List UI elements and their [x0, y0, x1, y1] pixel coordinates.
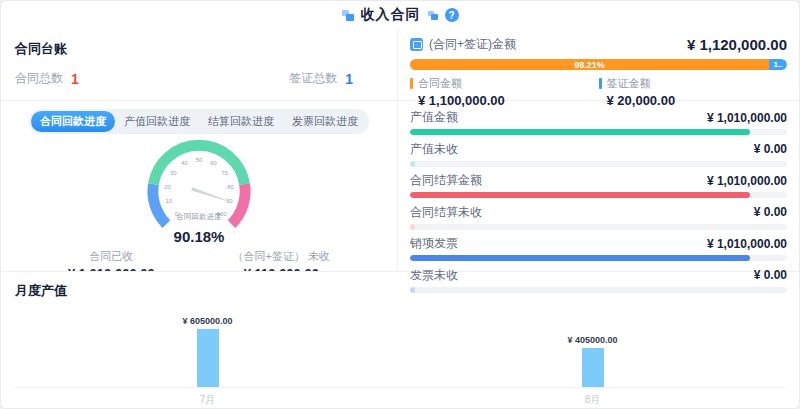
contract-amount-segment: 98.21% — [410, 59, 769, 70]
bar-category-label: 8月 — [400, 388, 785, 407]
gauge-tick-label: 40 — [181, 160, 188, 166]
monthly-chart-labels: 7月8月 — [15, 388, 785, 407]
amount-summary-panel: (合同+签证)金额 ¥ 1,120,000.00 98.21% 1.. 合同金额… — [398, 29, 799, 100]
bar — [582, 348, 604, 387]
ledger-title: 合同台账 — [15, 40, 383, 58]
received-value: ¥ 1,010,000.00 — [68, 266, 155, 271]
stat-label: 产值金额 — [410, 109, 458, 126]
tab-item[interactable]: 发票回款进度 — [283, 111, 367, 132]
stat-progress-track — [410, 161, 787, 167]
page-title: 收入合同 — [361, 6, 421, 24]
gauge-tick-label: 80 — [227, 184, 234, 190]
gauge-tick-label: 100 — [217, 211, 228, 217]
stat-progress-track — [410, 192, 787, 198]
bar-category-label: 7月 — [15, 388, 400, 407]
unreceived-label: （合同+签证） 未收 — [233, 249, 330, 264]
stat-progress-fill — [410, 161, 415, 167]
legend-label: 合同金额 — [418, 76, 462, 91]
received-label: 合同已收 — [68, 249, 155, 264]
amount-summary-header: (合同+签证)金额 ¥ 1,120,000.00 — [410, 36, 787, 53]
stat-progress-track — [410, 224, 787, 230]
legend-marker-icon — [410, 78, 413, 89]
gauge-tick-label: 50 — [196, 157, 203, 163]
ledger-totals: 合同总数 1 签证总数 1 — [15, 58, 383, 87]
stat-label: 发票未收 — [410, 267, 458, 284]
stat-row: 合同结算未收¥ 0.00 — [410, 204, 787, 230]
stat-progress-fill — [410, 255, 750, 261]
stat-row: 销项发票¥ 1,010,000.00 — [410, 235, 787, 261]
gauge-arc-low — [153, 184, 167, 224]
received-column: 合同已收 ¥ 1,010,000.00 — [68, 249, 155, 271]
stat-progress-fill — [410, 287, 415, 293]
stats-panel: 产值金额¥ 1,010,000.00产值未收¥ 0.00合同结算金额¥ 1,01… — [398, 101, 799, 271]
gauge-tick-label: 90 — [226, 198, 233, 204]
stat-progress-track — [410, 287, 787, 293]
stat-progress-fill — [410, 224, 415, 230]
stat-label: 合同结算未收 — [410, 204, 482, 221]
legend-marker-icon — [599, 78, 602, 89]
stat-progress-fill — [410, 192, 750, 198]
unreceived-value: ¥ 110,000.00 — [233, 266, 330, 271]
gauge-tick-label: 20 — [164, 184, 171, 190]
stat-progress-track — [410, 255, 787, 261]
help-icon[interactable]: ? — [445, 8, 459, 22]
visa-total-label: 签证总数 — [289, 70, 337, 87]
gauge-tick-label: 30 — [170, 170, 177, 176]
tab-item[interactable]: 结算回款进度 — [199, 111, 283, 132]
stat-label: 产值未收 — [410, 141, 458, 158]
gauge-needle — [191, 187, 236, 204]
contract-total: 合同总数 1 — [15, 70, 79, 87]
gauge-chart: 合同回款进度 0102030405060708090100 — [115, 136, 283, 234]
upper-band: 合同台账 合同总数 1 签证总数 1 (合同+签证)金额 ¥ 1,120,000… — [1, 29, 799, 101]
gauge-label: 合同回款进度 — [176, 212, 222, 221]
contract-total-label: 合同总数 — [15, 70, 63, 87]
gauge-arc-mid — [153, 145, 244, 184]
page-header: 收入合同 ? — [1, 1, 799, 29]
visa-total: 签证总数 1 — [289, 70, 353, 87]
monthly-chart-plot: ¥ 605000.00¥ 405000.00 — [15, 302, 785, 388]
stat-label: 合同结算金额 — [410, 172, 482, 189]
amount-summary-title: (合同+签证)金额 — [429, 36, 516, 53]
stat-row: 发票未收¥ 0.00 — [410, 267, 787, 293]
amount-doc-icon — [410, 38, 423, 51]
bar-column: ¥ 605000.00 — [15, 316, 400, 387]
dashboard-page: 收入合同 ? 合同台账 合同总数 1 签证总数 1 (合同+签证 — [0, 0, 800, 409]
tab-item[interactable]: 产值回款进度 — [115, 111, 199, 132]
stat-value: ¥ 0.00 — [754, 268, 787, 282]
visa-total-value: 1 — [345, 71, 353, 87]
bar-column: ¥ 405000.00 — [400, 335, 785, 387]
contract-total-value: 1 — [71, 71, 79, 87]
unreceived-column: （合同+签证） 未收 ¥ 110,000.00 — [233, 249, 330, 271]
bar — [197, 329, 219, 387]
legend-label: 签证金额 — [607, 76, 651, 91]
lower-band: 合同回款进度产值回款进度结算回款进度发票回款进度 合同回款进度 01020304… — [1, 101, 799, 272]
stat-row: 产值金额¥ 1,010,000.00 — [410, 109, 787, 135]
gauge-tick-label: 60 — [210, 160, 217, 166]
stat-row: 合同结算金额¥ 1,010,000.00 — [410, 172, 787, 198]
stat-value: ¥ 1,010,000.00 — [707, 111, 787, 125]
amount-summary-total: ¥ 1,120,000.00 — [687, 36, 787, 53]
payment-progress-panel: 合同回款进度产值回款进度结算回款进度发票回款进度 合同回款进度 01020304… — [1, 101, 398, 271]
visa-amount-segment: 1.. — [769, 59, 787, 70]
gauge-tick-label: 70 — [222, 170, 229, 176]
bar-value-label: ¥ 405000.00 — [567, 335, 617, 345]
stat-label: 销项发票 — [410, 235, 458, 252]
stat-row: 产值未收¥ 0.00 — [410, 141, 787, 167]
window-icon — [342, 10, 354, 21]
gauge-value: 90.18% — [174, 228, 225, 245]
gauge-summary-columns: 合同已收 ¥ 1,010,000.00 （合同+签证） 未收 ¥ 110,000… — [1, 249, 397, 271]
stat-value: ¥ 0.00 — [754, 205, 787, 219]
amount-split-bar: 98.21% 1.. — [410, 59, 787, 70]
tab-item[interactable]: 合同回款进度 — [31, 111, 115, 132]
bar-value-label: ¥ 605000.00 — [182, 316, 232, 326]
stat-progress-track — [410, 129, 787, 135]
contract-ledger-panel: 合同台账 合同总数 1 签证总数 1 — [1, 29, 398, 100]
progress-tabs: 合同回款进度产值回款进度结算回款进度发票回款进度 — [29, 109, 369, 134]
stat-value: ¥ 1,010,000.00 — [707, 174, 787, 188]
gauge-tick-label: 10 — [165, 198, 172, 204]
stat-value: ¥ 1,010,000.00 — [707, 237, 787, 251]
gauge-arc-high — [232, 184, 246, 224]
stat-progress-fill — [410, 129, 750, 135]
window-small-icon — [428, 11, 438, 20]
stat-value: ¥ 0.00 — [754, 142, 787, 156]
